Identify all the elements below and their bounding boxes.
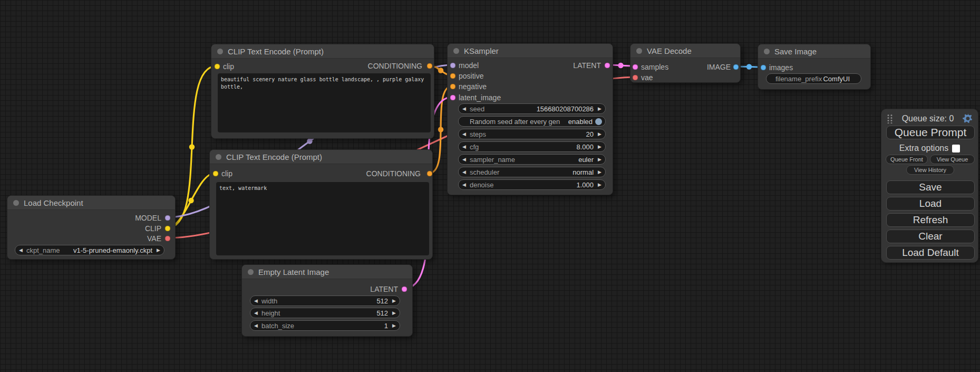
stepper-left-arrow-icon[interactable]: ◀ bbox=[254, 311, 258, 316]
stepper-left-arrow-icon[interactable]: ◀ bbox=[254, 323, 258, 328]
output-port-latent[interactable] bbox=[605, 63, 610, 69]
node-title-bar[interactable]: Empty Latent Image bbox=[242, 265, 412, 279]
steps-stepper[interactable]: ◀ steps 20 ▶ bbox=[458, 129, 606, 139]
combo-right-arrow-icon[interactable]: ▶ bbox=[157, 248, 160, 253]
stepper-right-arrow-icon[interactable]: ▶ bbox=[392, 299, 396, 303]
widget-label: Random seed after every gen bbox=[470, 118, 560, 126]
height-stepper[interactable]: ◀ height 512 ▶ bbox=[250, 308, 400, 318]
node-title-bar[interactable]: CLIP Text Encode (Prompt) bbox=[210, 150, 432, 164]
ckpt-name-combo[interactable]: ◀ ckpt_name v1-5-pruned-emaonly.ckpt ▶ bbox=[15, 245, 164, 255]
collapse-dot-icon[interactable] bbox=[216, 154, 221, 160]
clear-button[interactable]: Clear bbox=[886, 230, 975, 243]
node-title: Save Image bbox=[774, 47, 817, 56]
menu-header: Queue size: 0 bbox=[881, 113, 978, 125]
node-load-checkpoint[interactable]: Load Checkpoint MODEL CLIP VAE ◀ ckpt_na… bbox=[7, 195, 176, 260]
load-default-button[interactable]: Load Default bbox=[886, 246, 975, 260]
extra-options-row: Extra options bbox=[881, 143, 978, 154]
input-port-latent-image[interactable] bbox=[450, 95, 456, 101]
combo-left-arrow-icon[interactable]: ◀ bbox=[462, 170, 466, 175]
input-port-clip[interactable] bbox=[215, 64, 220, 70]
output-port-clip[interactable] bbox=[165, 226, 171, 232]
input-port-samples[interactable] bbox=[633, 64, 638, 70]
drag-handle-icon[interactable] bbox=[887, 114, 893, 123]
input-port-positive[interactable] bbox=[450, 73, 456, 79]
output-port-vae[interactable] bbox=[165, 236, 171, 242]
node-clip-text-encode-negative[interactable]: CLIP Text Encode (Prompt) clip CONDITION… bbox=[209, 149, 433, 260]
collapse-dot-icon[interactable] bbox=[217, 49, 223, 54]
input-port-vae[interactable] bbox=[633, 75, 638, 81]
queue-prompt-button[interactable]: Queue Prompt bbox=[886, 126, 975, 139]
stepper-left-arrow-icon[interactable]: ◀ bbox=[462, 132, 466, 137]
node-title-bar[interactable]: VAE Decode bbox=[630, 44, 740, 58]
input-port-images[interactable] bbox=[761, 65, 766, 71]
node-title-bar[interactable]: CLIP Text Encode (Prompt) bbox=[211, 44, 434, 59]
combo-left-arrow-icon[interactable]: ◀ bbox=[462, 157, 466, 162]
node-title-bar[interactable]: Save Image bbox=[758, 44, 870, 59]
input-label-vae: vae bbox=[641, 73, 653, 82]
node-title: CLIP Text Encode (Prompt) bbox=[228, 47, 324, 56]
input-port-clip[interactable] bbox=[213, 171, 219, 177]
toggle-dot-icon[interactable] bbox=[595, 118, 602, 125]
stepper-right-arrow-icon[interactable]: ▶ bbox=[392, 311, 396, 316]
node-empty-latent-image[interactable]: Empty Latent Image LATENT ◀ width 512 ▶ … bbox=[241, 264, 413, 337]
combo-right-arrow-icon[interactable]: ▶ bbox=[598, 170, 601, 175]
stepper-left-arrow-icon[interactable]: ◀ bbox=[462, 183, 466, 187]
widget-value: 8.000 bbox=[577, 143, 594, 151]
stepper-left-arrow-icon[interactable]: ◀ bbox=[462, 107, 466, 111]
input-port-negative[interactable] bbox=[450, 84, 456, 90]
stepper-right-arrow-icon[interactable]: ▶ bbox=[392, 323, 396, 328]
node-clip-text-encode-positive[interactable]: CLIP Text Encode (Prompt) clip CONDITION… bbox=[211, 44, 434, 139]
output-port-image[interactable] bbox=[733, 64, 739, 70]
width-stepper[interactable]: ◀ width 512 ▶ bbox=[250, 295, 400, 306]
collapse-dot-icon[interactable] bbox=[13, 200, 19, 206]
stepper-right-arrow-icon[interactable]: ▶ bbox=[598, 107, 601, 111]
sampler-name-combo[interactable]: ◀ sampler_name euler ▶ bbox=[458, 154, 606, 165]
input-label-images: images bbox=[769, 63, 793, 72]
stepper-right-arrow-icon[interactable]: ▶ bbox=[598, 183, 601, 187]
cfg-stepper[interactable]: ◀ cfg 8.000 ▶ bbox=[458, 141, 606, 152]
save-button[interactable]: Save bbox=[886, 180, 975, 194]
prompt-textarea[interactable]: beautiful scenery nature glass bottle la… bbox=[218, 73, 431, 132]
denoise-stepper[interactable]: ◀ denoise 1.000 ▶ bbox=[458, 179, 606, 190]
stepper-right-arrow-icon[interactable]: ▶ bbox=[598, 132, 601, 137]
input-port-model[interactable] bbox=[450, 63, 456, 69]
output-port-latent[interactable] bbox=[402, 287, 407, 292]
combo-right-arrow-icon[interactable]: ▶ bbox=[598, 157, 601, 162]
collapse-dot-icon[interactable] bbox=[764, 49, 770, 54]
batch-size-stepper[interactable]: ◀ batch_size 1 ▶ bbox=[250, 320, 400, 331]
output-port-conditioning[interactable] bbox=[427, 63, 433, 69]
view-queue-button[interactable]: View Queue bbox=[930, 155, 975, 164]
input-label-clip: clip bbox=[223, 62, 234, 71]
refresh-button[interactable]: Refresh bbox=[886, 213, 975, 227]
widget-value: v1-5-pruned-emaonly.ckpt bbox=[73, 246, 152, 254]
view-history-button[interactable]: View History bbox=[906, 165, 954, 175]
comfy-menu-panel[interactable]: Queue size: 0 Queue Prompt Extra options… bbox=[881, 109, 978, 263]
settings-gear-icon[interactable] bbox=[963, 113, 973, 124]
output-port-model[interactable] bbox=[165, 215, 171, 221]
node-save-image[interactable]: Save Image images filename_prefix ComfyU… bbox=[758, 44, 871, 90]
seed-stepper[interactable]: ◀ seed 156680208700286 ▶ bbox=[458, 103, 606, 114]
random-seed-toggle[interactable]: Random seed after every gen enabled bbox=[458, 116, 606, 127]
node-title-bar[interactable]: Load Checkpoint bbox=[7, 196, 175, 210]
collapse-dot-icon[interactable] bbox=[248, 269, 254, 275]
extra-options-checkbox[interactable] bbox=[952, 145, 960, 152]
queue-size-label: Queue size: 0 bbox=[893, 114, 963, 123]
combo-left-arrow-icon[interactable]: ◀ bbox=[19, 248, 23, 253]
collapse-dot-icon[interactable] bbox=[636, 48, 642, 54]
output-port-conditioning[interactable] bbox=[427, 171, 433, 177]
output-label-latent: LATENT bbox=[370, 285, 398, 293]
node-title-bar[interactable]: KSampler bbox=[448, 44, 613, 58]
load-button[interactable]: Load bbox=[886, 197, 975, 211]
queue-front-button[interactable]: Queue Front bbox=[886, 155, 928, 164]
node-vae-decode[interactable]: VAE Decode samples vae IMAGE bbox=[630, 43, 741, 83]
stepper-left-arrow-icon[interactable]: ◀ bbox=[462, 145, 466, 149]
scheduler-combo[interactable]: ◀ scheduler normal ▶ bbox=[458, 167, 606, 177]
collapse-dot-icon[interactable] bbox=[453, 48, 459, 54]
input-label-latent-image: latent_image bbox=[459, 93, 501, 102]
filename-prefix-field[interactable]: filename_prefix ComfyUI bbox=[766, 73, 861, 84]
stepper-left-arrow-icon[interactable]: ◀ bbox=[254, 299, 258, 303]
prompt-textarea[interactable]: text, watermark bbox=[216, 182, 429, 255]
comfyui-canvas[interactable]: { "colors": { "model": "#b3a1dd", "clip"… bbox=[0, 0, 980, 372]
stepper-right-arrow-icon[interactable]: ▶ bbox=[598, 145, 601, 149]
node-ksampler[interactable]: KSampler model positive negative latent_… bbox=[447, 43, 613, 195]
